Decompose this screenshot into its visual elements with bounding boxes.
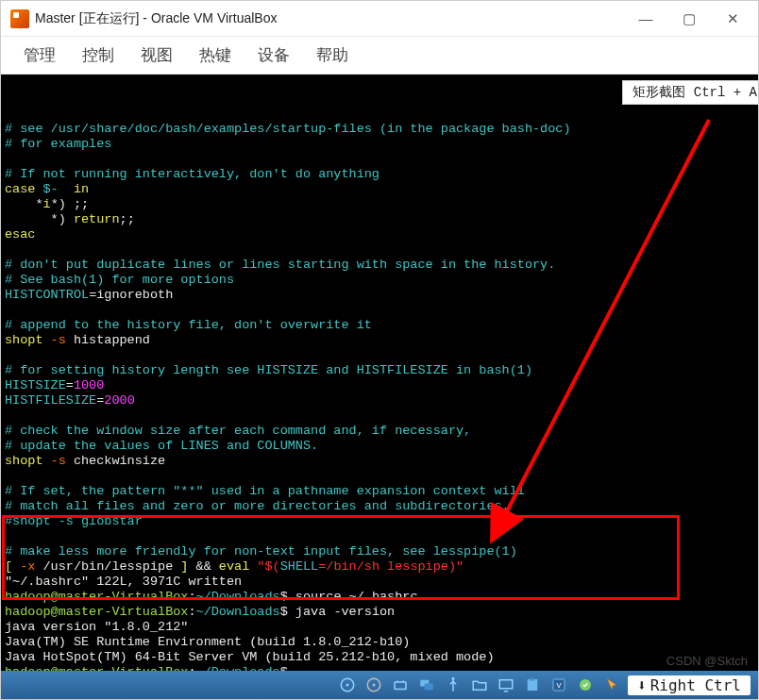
terminal-line: # If set, the pattern "**" used in a pat…: [5, 484, 754, 499]
terminal-line: *i*) ;;: [5, 197, 754, 212]
terminal-line: [5, 469, 754, 484]
terminal-line: shopt -s histappend: [5, 333, 754, 348]
svg-rect-5: [395, 682, 406, 690]
recording-icon[interactable]: V: [548, 675, 569, 695]
optical-disc-icon[interactable]: [363, 675, 384, 695]
minimize-button[interactable]: —: [624, 1, 667, 37]
terminal-line: HISTSIZE=1000: [5, 378, 754, 393]
svg-point-4: [373, 684, 376, 687]
host-key-indicator[interactable]: ⬇ Right Ctrl: [628, 675, 751, 695]
host-key-arrow-icon: ⬇: [637, 676, 647, 694]
virtualbox-window: Master [正在运行] - Oracle VM VirtualBox — ▢…: [0, 0, 759, 700]
shared-clipboard-icon[interactable]: [522, 675, 543, 695]
menubar: 管理 控制 视图 热键 设备 帮助: [1, 37, 758, 75]
svg-rect-7: [425, 684, 433, 691]
terminal-line: [5, 152, 754, 167]
terminal-line: #shopt -s globstar: [5, 514, 754, 529]
terminal-line: # match all files and zero or more direc…: [5, 499, 754, 514]
svg-rect-10: [528, 679, 538, 691]
terminal-line: # don't put duplicate lines or lines sta…: [5, 258, 754, 273]
terminal-line: [5, 408, 754, 424]
terminal-line: [5, 242, 754, 258]
audio-icon[interactable]: [575, 675, 596, 695]
terminal-line: # append to the history file, don't over…: [5, 318, 754, 333]
terminal-line: # update the values of LINES and COLUMNS…: [5, 439, 754, 454]
terminal-line: hadoop@master-VirtualBox:~/Downloads$: [5, 665, 754, 671]
mouse-integration-icon[interactable]: [601, 675, 622, 695]
terminal-line: # for setting history length see HISTSIZ…: [5, 363, 754, 378]
terminal-line: esac: [5, 227, 754, 242]
terminal-line: case $- in: [5, 182, 754, 197]
close-button[interactable]: ✕: [711, 1, 754, 37]
window-title: Master [正在运行] - Oracle VM VirtualBox: [35, 10, 624, 27]
terminal-line: Java HotSpot(TM) 64-Bit Server VM (build…: [5, 650, 754, 665]
terminal-line: Java(TM) SE Runtime Environment (build 1…: [5, 635, 754, 650]
terminal-line: hadoop@master-VirtualBox:~/Downloads$ ja…: [5, 605, 754, 620]
menu-hotkeys[interactable]: 热键: [190, 39, 241, 72]
maximize-button[interactable]: ▢: [667, 1, 711, 37]
titlebar: Master [正在运行] - Oracle VM VirtualBox — ▢…: [1, 1, 758, 37]
guest-terminal[interactable]: # see /usr/share/doc/bash/examples/start…: [1, 75, 758, 671]
terminal-line: # for examples: [5, 137, 754, 152]
terminal-line: # make less more friendly for non-text i…: [5, 544, 754, 559]
terminal-line: shopt -s checkwinsize: [5, 454, 754, 469]
terminal-line: HISTFILESIZE=2000: [5, 393, 754, 408]
terminal-line: HISTCONTROL=ignoreboth: [5, 288, 754, 303]
terminal-line: *) return;;: [5, 212, 754, 227]
display-icon[interactable]: [496, 675, 516, 695]
terminal-line: # If not running interactively, don't do…: [5, 167, 754, 182]
harddisk-icon[interactable]: [337, 675, 358, 695]
terminal-line: [5, 348, 754, 363]
terminal-line: [ -x /usr/bin/lesspipe ] && eval "$(SHEL…: [5, 559, 754, 575]
terminal-line: java version "1.8.0_212": [5, 620, 754, 635]
menu-help[interactable]: 帮助: [307, 39, 358, 72]
menu-control[interactable]: 控制: [73, 39, 124, 72]
statusbar: V ⬇ Right Ctrl: [1, 671, 758, 699]
screenshot-tooltip: 矩形截图 Ctrl + A: [622, 80, 758, 105]
monitors-icon[interactable]: [416, 675, 437, 695]
svg-point-2: [346, 684, 349, 687]
virtualbox-app-icon: [10, 9, 29, 28]
host-key-label: Right Ctrl: [650, 676, 741, 694]
terminal-line: [5, 529, 754, 544]
svg-rect-9: [499, 680, 513, 689]
usb-icon[interactable]: [443, 675, 464, 695]
shared-folder-icon[interactable]: [469, 675, 490, 695]
svg-text:V: V: [557, 681, 562, 690]
terminal-line: # See bash(1) for more options: [5, 273, 754, 288]
terminal-line: [5, 303, 754, 318]
terminal-line: hadoop@master-VirtualBox:~/Downloads$ so…: [5, 590, 754, 605]
terminal-line: "~/.bashrc" 122L, 3971C written: [5, 575, 754, 590]
menu-view[interactable]: 视图: [131, 39, 182, 72]
svg-rect-11: [531, 678, 535, 681]
terminal-line: # check the window size after each comma…: [5, 424, 754, 439]
menu-manage[interactable]: 管理: [14, 39, 65, 72]
menu-devices[interactable]: 设备: [248, 39, 299, 72]
svg-point-8: [452, 677, 455, 680]
network-icon[interactable]: [390, 675, 411, 695]
window-controls: — ▢ ✕: [624, 1, 754, 37]
terminal-line: # see /usr/share/doc/bash/examples/start…: [5, 122, 754, 137]
